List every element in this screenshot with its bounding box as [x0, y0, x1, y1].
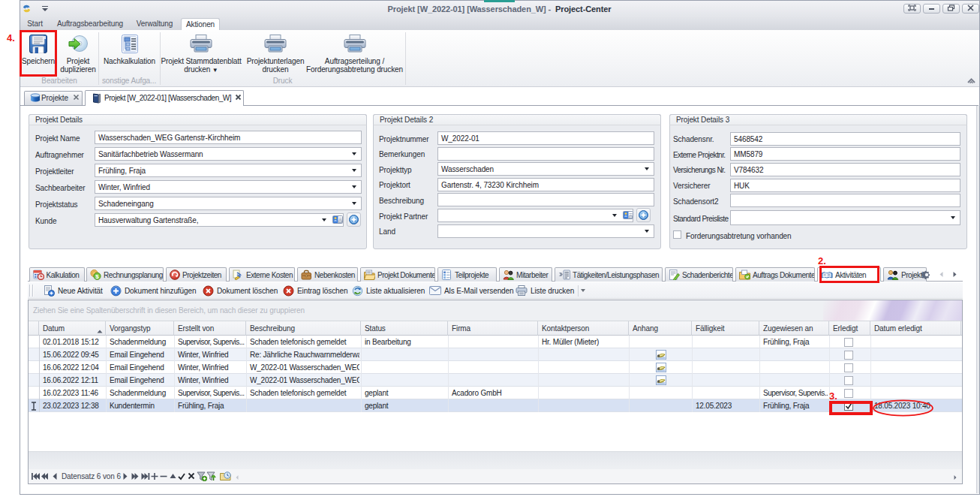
svg-text:$: $ [95, 273, 99, 280]
